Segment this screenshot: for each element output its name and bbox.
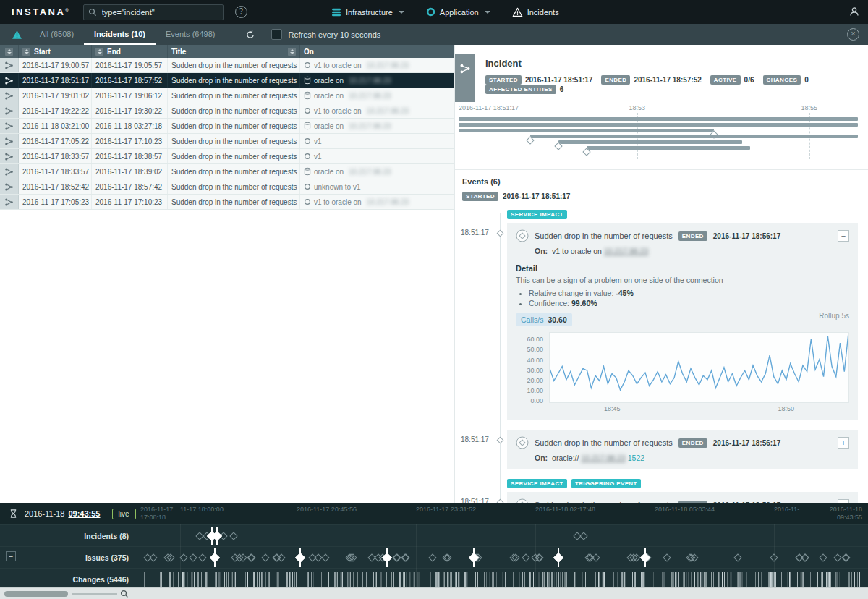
change-tick — [439, 572, 440, 587]
change-tick — [254, 572, 255, 587]
issue-marker[interactable] — [801, 553, 809, 561]
refresh-checkbox[interactable] — [271, 29, 282, 40]
incident-marker[interactable] — [229, 532, 237, 540]
change-tick — [802, 572, 803, 587]
issue-marker[interactable] — [393, 553, 401, 561]
issue-marker[interactable] — [833, 553, 841, 561]
infrastructure-icon — [331, 8, 341, 17]
highlighted-issue-marker[interactable] — [640, 552, 650, 562]
nav-incidents[interactable]: Incidents — [512, 7, 559, 17]
change-tick — [617, 572, 618, 587]
table-row[interactable]: 2016-11-17 19:01:02 2016-11-17 19:06:12 … — [0, 88, 454, 103]
issue-marker[interactable] — [150, 553, 158, 561]
issue-marker[interactable] — [368, 553, 376, 561]
table-row[interactable]: 2016-11-18 03:21:00 2016-11-18 03:27:18 … — [0, 119, 454, 134]
issue-marker[interactable] — [314, 553, 322, 561]
end-cell: 2016-11-17 19:30:22 — [92, 103, 168, 118]
change-tick — [447, 572, 448, 587]
start-cell: 2016-11-17 18:33:57 — [19, 149, 92, 163]
change-tick — [554, 572, 555, 587]
table-row[interactable]: 2016-11-17 18:51:17 2016-11-17 18:57:52 … — [0, 73, 454, 88]
highlighted-issue-marker[interactable] — [295, 552, 305, 562]
change-tick — [762, 572, 762, 587]
incidents-track[interactable] — [139, 525, 862, 546]
issue-marker[interactable] — [770, 553, 778, 561]
header-end[interactable]: End — [92, 45, 168, 58]
entity-link[interactable]: v1 to oracle on10.217.98.23 — [552, 247, 648, 255]
timeline-axis: 2016-11-18 09:43:55 2016-11-17 17:08:181… — [139, 503, 862, 524]
table-row[interactable]: 2016-11-17 18:33:57 2016-11-17 18:38:57 … — [0, 149, 454, 164]
nav-application[interactable]: Application — [426, 7, 490, 17]
timeline-scrollbar[interactable] — [0, 587, 868, 599]
change-tick — [277, 572, 278, 587]
change-tick — [704, 572, 705, 587]
nav-infrastructure[interactable]: Infrastructure — [331, 8, 404, 17]
tab-events[interactable]: Events (6498) — [156, 24, 225, 45]
refresh-icon[interactable] — [245, 30, 255, 40]
collapse-timeline-button[interactable]: − — [6, 551, 16, 561]
issue-marker[interactable] — [198, 553, 206, 561]
live-button[interactable]: live — [112, 509, 136, 519]
table-row[interactable]: 2016-11-17 18:52:42 2016-11-17 18:57:42 … — [0, 179, 454, 195]
help-icon[interactable]: ? — [235, 6, 247, 18]
issue-marker[interactable] — [663, 553, 671, 561]
change-tick — [232, 572, 233, 587]
expand-event-button[interactable]: + — [838, 437, 849, 449]
changes-track[interactable] — [139, 569, 862, 590]
entity-link[interactable]: oracle://10.217.98.231522 — [552, 454, 644, 462]
issue-marker[interactable] — [428, 553, 436, 561]
user-icon[interactable] — [849, 7, 859, 17]
issue-marker[interactable] — [189, 553, 197, 561]
incident-marker[interactable] — [579, 532, 587, 540]
graph-icon — [4, 197, 14, 207]
table-row[interactable]: 2016-11-17 19:22:22 2016-11-17 19:30:22 … — [0, 103, 454, 119]
table-row[interactable]: 2016-11-17 19:00:57 2016-11-17 19:05:57 … — [0, 58, 454, 73]
issue-marker[interactable] — [592, 553, 600, 561]
scrollbar-handle[interactable] — [4, 591, 68, 597]
collapse-event-button[interactable]: − — [838, 230, 849, 242]
issues-track[interactable] — [139, 547, 862, 568]
issue-marker[interactable] — [261, 553, 269, 561]
highlighted-issue-marker[interactable] — [210, 552, 220, 562]
change-tick — [843, 572, 843, 587]
search-box[interactable] — [83, 4, 224, 20]
change-tick — [268, 572, 269, 587]
change-tick — [726, 572, 726, 587]
change-tick — [859, 572, 860, 587]
metric-chip[interactable]: Calls/s 30.60 — [516, 313, 572, 326]
issue-marker[interactable] — [522, 553, 529, 561]
sort-icon[interactable] — [5, 48, 13, 56]
close-icon[interactable]: × — [847, 28, 859, 41]
search-icon — [88, 8, 97, 17]
issues-row-label: Issues (375) — [0, 553, 139, 562]
start-cell: 2016-11-17 19:22:22 — [19, 103, 92, 118]
table-row[interactable]: 2016-11-17 17:05:22 2016-11-17 17:10:23 … — [0, 134, 454, 149]
tab-all[interactable]: All (6508) — [30, 24, 84, 45]
row-type-cell — [0, 149, 19, 163]
highlighted-issue-marker[interactable] — [553, 552, 563, 562]
issue-marker[interactable] — [179, 553, 187, 561]
sort-icon[interactable] — [288, 48, 296, 56]
change-tick — [549, 572, 550, 587]
tab-incidents[interactable]: Incidents (10) — [84, 24, 156, 45]
header-start[interactable]: Start — [19, 45, 92, 58]
search-input[interactable] — [101, 7, 218, 17]
row-type-cell — [0, 73, 19, 88]
table-row[interactable]: 2016-11-17 18:33:57 2016-11-17 18:39:02 … — [0, 164, 454, 179]
issue-marker[interactable] — [820, 553, 827, 561]
header-title[interactable]: Title — [168, 45, 300, 58]
issue-marker[interactable] — [733, 553, 741, 561]
zoom-icon[interactable] — [120, 590, 129, 598]
instana-logo[interactable]: INSTANA® — [12, 7, 69, 17]
sort-icon[interactable] — [95, 48, 103, 56]
on-cell: unknown to v1 — [300, 179, 454, 194]
change-tick — [477, 572, 478, 587]
current-time-link[interactable]: 09:43:55 — [68, 509, 100, 518]
table-row[interactable]: 2016-11-17 17:05:23 2016-11-17 17:10:23 … — [0, 195, 454, 210]
sort-icon[interactable] — [22, 48, 30, 56]
change-tick — [174, 572, 174, 587]
issue-marker[interactable] — [247, 553, 255, 561]
on-cell: v1 to oracle on 10.217.98.23 — [300, 195, 454, 209]
change-tick — [722, 572, 723, 587]
header-on[interactable]: On — [300, 45, 454, 58]
